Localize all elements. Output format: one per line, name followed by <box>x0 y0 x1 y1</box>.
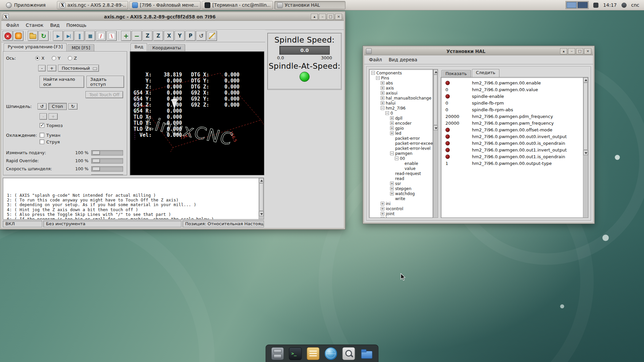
tree-item[interactable]: + dpll <box>369 116 433 121</box>
view-p-button[interactable]: P <box>185 31 196 41</box>
tree-item[interactable]: − Pins <box>369 75 433 80</box>
tree-item[interactable]: + hal_manualtoolchange <box>369 96 433 101</box>
rotate-view-button[interactable]: ↺ <box>196 31 206 41</box>
reload-file-button[interactable]: ↻ <box>39 31 49 41</box>
watch-row[interactable]: hm2_7i96.0.pwmgen.00.out1.invert_output <box>441 146 582 153</box>
tree-expand-icon[interactable]: + <box>390 121 394 125</box>
dock-icon-file-cabinet[interactable] <box>271 347 284 360</box>
jog-increment-dropdown[interactable]: Постоянный <box>58 65 99 72</box>
preview-canvas[interactable]: 734.7 156.5 LinuxCNC <box>130 51 264 175</box>
scroll-up-icon[interactable] <box>433 69 438 74</box>
tree-expand-icon[interactable]: − <box>390 152 394 155</box>
minimize-button[interactable]: – <box>319 14 326 20</box>
tree-item[interactable]: + led <box>369 131 433 136</box>
tray-icon[interactable] <box>593 3 598 8</box>
tree-expand-icon[interactable]: + <box>390 131 394 135</box>
tree-item[interactable]: value <box>369 166 433 171</box>
watch-row[interactable]: 20000 hm2_7i96.0.pwmgen.pwm_frequency <box>441 120 582 126</box>
tree-expand-icon[interactable]: − <box>385 111 389 115</box>
slider-handle[interactable] <box>93 159 100 163</box>
jog-minus-button[interactable]: - <box>38 65 46 71</box>
gcode-line[interactable]: 6: ( If the program is too big or small … <box>4 217 258 220</box>
menu-item[interactable]: Файл <box>3 21 22 29</box>
tree-item[interactable]: + joint <box>369 211 433 216</box>
view-x-button[interactable]: X <box>164 31 174 41</box>
brake-checkbox[interactable]: Тормоз <box>40 123 63 128</box>
mist-checkbox[interactable]: Туман <box>40 133 60 138</box>
tree-item[interactable]: write <box>369 196 433 201</box>
watch-row[interactable]: spindle-enable <box>441 93 582 100</box>
tree-expand-icon[interactable]: + <box>381 91 384 95</box>
hal-tab[interactable]: Следить <box>472 69 499 77</box>
close-button[interactable]: × <box>584 48 591 54</box>
scrollbar-thumb[interactable] <box>584 83 588 150</box>
gcode-line[interactable]: 5: ( Also press the Toggle Skip Lines wi… <box>4 212 258 217</box>
watch-row[interactable]: 1 hm2_7i96.0.pwmgen.00.output-type <box>441 160 582 167</box>
tree-item[interactable]: + iocontrol <box>369 206 433 211</box>
watch-row[interactable]: hm2_7i96.0.pwmgen.00.out0.is_opendrain <box>441 140 582 146</box>
tree-expand-icon[interactable]: + <box>381 202 384 205</box>
gcode-line[interactable]: 4: ( Hint jog the Z axis down a bit then… <box>4 207 258 212</box>
dock-icon-file-manager[interactable] <box>360 347 373 360</box>
tree-item[interactable]: + gpio <box>369 126 433 131</box>
tree-expand-icon[interactable]: + <box>381 101 384 105</box>
tree-item[interactable]: + abs <box>369 80 433 85</box>
tree-item[interactable]: + stepgen <box>369 186 433 191</box>
tree-item[interactable]: − Components <box>369 70 433 75</box>
slider-handle[interactable] <box>93 167 100 171</box>
set-offset-button[interactable]: Задать отступ <box>87 76 124 88</box>
taskbar-task[interactable]: X axis.ngc - AXIS 2.8.2-89-... <box>57 1 128 9</box>
close-button[interactable]: × <box>335 14 342 20</box>
tree-item[interactable]: + watchdog <box>369 191 433 196</box>
tree-item[interactable]: + ini <box>369 201 433 206</box>
slider-handle[interactable] <box>96 175 103 176</box>
run-step-button[interactable]: ▶| <box>64 31 74 41</box>
tree-expand-icon[interactable]: − <box>376 76 380 80</box>
axis-select-radio[interactable]: X <box>35 56 44 61</box>
axis-titlebar[interactable]: X axis.ngc - AXIS 2.8.2-89-gccf8f2d58 on… <box>1 13 344 21</box>
tab-preview[interactable]: Вид <box>130 43 147 51</box>
tree-expand-icon[interactable]: + <box>390 126 394 130</box>
applications-menu[interactable]: Приложения <box>3 1 49 10</box>
hal-titlebar[interactable]: Установки HAL ▴–□× <box>364 47 593 55</box>
shade-button[interactable]: ▴ <box>311 14 318 20</box>
flood-checkbox[interactable]: Струя <box>40 139 60 144</box>
workspace-2[interactable] <box>578 2 588 8</box>
dock-icon-web-browser[interactable] <box>325 347 337 360</box>
view-y-button[interactable]: Y <box>175 31 185 41</box>
open-file-button[interactable] <box>28 31 38 41</box>
tree-item[interactable]: + encoder <box>369 121 433 126</box>
tree-expand-icon[interactable]: + <box>381 96 384 100</box>
tree-item[interactable]: packet-error <box>369 136 433 141</box>
tree-item[interactable]: enable <box>369 161 433 166</box>
tree-expand-icon[interactable]: + <box>390 187 394 190</box>
tree-item[interactable]: + halui <box>369 101 433 106</box>
tree-expand-icon[interactable]: − <box>395 157 398 160</box>
slider-track[interactable] <box>91 158 123 164</box>
tree-item[interactable]: − hm2_7i96 <box>369 106 433 111</box>
axis-select-radio[interactable]: Y <box>52 56 60 61</box>
scroll-down-icon[interactable] <box>583 150 588 155</box>
tree-item[interactable]: read-request <box>369 171 433 176</box>
view-z2-button[interactable]: Z <box>153 31 163 41</box>
watch-row[interactable]: 0 spindle-fb-rpm-abs <box>441 106 582 113</box>
taskbar-task[interactable]: Установки HAL <box>274 1 345 9</box>
user-label[interactable]: cnc <box>631 2 639 8</box>
clear-plot-button[interactable] <box>207 31 217 41</box>
gcode-line[interactable]: 1: ( AXIS "splash g-code" Not intended f… <box>4 193 258 198</box>
tree-item[interactable]: read <box>369 176 433 181</box>
tree-item[interactable]: + axis <box>369 85 433 90</box>
jog-plus-button[interactable]: + <box>47 65 56 71</box>
dock-icon-app-finder[interactable] <box>342 347 355 360</box>
dock-icon-terminal[interactable] <box>289 347 302 360</box>
menu-item[interactable]: Вид <box>47 21 63 29</box>
tree-expand-icon[interactable]: + <box>381 212 384 216</box>
tree-expand-icon[interactable]: + <box>381 207 384 210</box>
tree-item[interactable]: + axisui <box>369 90 433 96</box>
watch-row[interactable]: 0 hm2_7i96.0.pwmgen.00.value <box>441 86 582 93</box>
maximize-button[interactable]: □ <box>327 14 334 20</box>
spindle-ccw-button[interactable]: ↺ <box>38 103 47 110</box>
estop-button[interactable]: × <box>3 31 13 41</box>
spindle-faster-button[interactable]: + <box>49 113 58 120</box>
tree-item[interactable]: − pwmgen <box>369 151 433 156</box>
